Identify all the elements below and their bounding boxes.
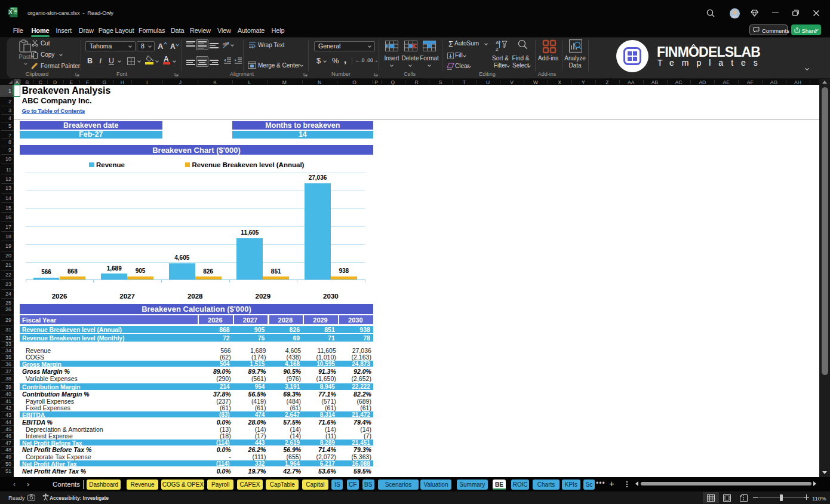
svg-text:A: A	[496, 40, 499, 45]
svg-text:X: X	[9, 9, 13, 15]
svg-text:Z: Z	[496, 47, 499, 51]
svg-text:ab: ab	[223, 42, 228, 46]
